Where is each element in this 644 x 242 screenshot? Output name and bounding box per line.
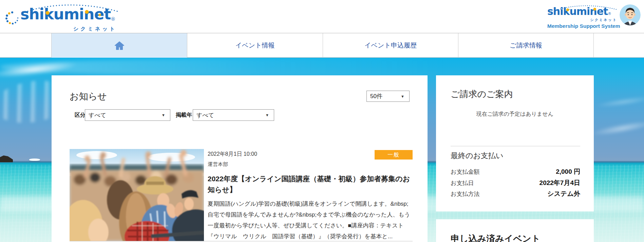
tab-label: イベント申込履歴 xyxy=(364,41,417,50)
payment-label: お支払金額 xyxy=(451,168,479,176)
brand-logo[interactable]: shikuminet® シクミネット xyxy=(5,0,134,33)
applied-events-title: 申し込み済みイベント xyxy=(451,233,540,242)
news-badge: 一般 xyxy=(375,150,413,160)
nav-spacer-left xyxy=(0,33,51,58)
main-nav: イベント情報 イベント申込履歴 ご請求情報 xyxy=(0,33,644,58)
news-title: 2022年度【オンライン国語講座（基礎・初級）参加者募集のお知らせ】 xyxy=(208,173,413,195)
payment-value: システム外 xyxy=(547,189,580,198)
site-header: shikuminet® シクミネット shikuminet® シクミネット Me… xyxy=(0,0,644,33)
tab-billing-info[interactable]: ご請求情報 xyxy=(458,33,594,58)
tab-home[interactable] xyxy=(51,33,187,58)
payment-label: お支払日 xyxy=(451,179,474,187)
home-icon xyxy=(114,41,125,50)
notices-card: お知らせ 50件 ▼ 区分 すべて ▼ 掲載年 すべて ▼ xyxy=(52,75,428,242)
logo-dotted-arc xyxy=(18,1,126,17)
tab-event-history[interactable]: イベント申込履歴 xyxy=(323,33,458,58)
cloud-wisp xyxy=(595,94,644,109)
payment-row: お支払方法 システム外 xyxy=(451,190,580,198)
tab-event-info[interactable]: イベント情報 xyxy=(187,33,323,58)
payment-row: お支払金額 2,000 円 xyxy=(451,168,580,176)
boat xyxy=(29,159,40,161)
user-avatar[interactable] xyxy=(620,4,641,25)
news-excerpt: 夏期国語(ハングル)学習の基礎(初級)講座をオンラインで開講します。&nbsp;… xyxy=(208,199,413,242)
billing-divider xyxy=(451,146,580,146)
payment-value: 2,000 円 xyxy=(556,167,580,176)
festival-crowd-photo xyxy=(70,149,204,241)
tab-label: ご請求情報 xyxy=(510,41,542,50)
cloud-wisp xyxy=(590,118,644,138)
payment-value: 2022年7月4日 xyxy=(539,179,580,187)
tab-label: イベント情報 xyxy=(235,41,275,50)
last-payment-title: 最終のお支払い xyxy=(451,151,504,161)
news-author: 運営本部 xyxy=(208,161,228,168)
brand-tagline: Membership Support System xyxy=(547,23,620,29)
registered-trademark: ® xyxy=(111,16,115,22)
news-item[interactable]: 2022年8月1日 10:00 運営本部 一般 2022年度【オンライン国語講座… xyxy=(52,75,428,242)
applied-events-card: 申し込み済みイベント xyxy=(436,219,594,242)
news-content: 2022年8月1日 10:00 運営本部 一般 2022年度【オンライン国語講座… xyxy=(208,149,413,241)
payment-row: お支払日 2022年7月4日 xyxy=(451,179,580,187)
shikuminet-member-portal: shikuminet® シクミネット shikuminet® シクミネット Me… xyxy=(0,0,644,242)
header-brand: shikuminet® シクミネット Membership Support Sy… xyxy=(547,6,619,32)
payment-label: お支払方法 xyxy=(451,190,479,198)
news-date: 2022年8月1日 10:00 xyxy=(208,151,257,158)
billing-title: ご請求のご案内 xyxy=(451,88,513,100)
billing-card: ご請求のご案内 現在ご請求の予定はありません 最終のお支払い お支払金額 2,0… xyxy=(436,75,594,211)
billing-empty-message: 現在ご請求の予定はありません xyxy=(436,111,594,118)
user-avatar-icon xyxy=(620,4,641,25)
logo-dotted-arc xyxy=(552,3,620,12)
brand-name-kana: シクミネット xyxy=(73,26,117,32)
dot-circle-logo-icon xyxy=(5,11,19,25)
brand-name-kana: シクミネット xyxy=(590,18,617,22)
rock-islet xyxy=(0,155,13,162)
cloud-haze xyxy=(0,58,644,76)
news-divider xyxy=(70,241,413,241)
